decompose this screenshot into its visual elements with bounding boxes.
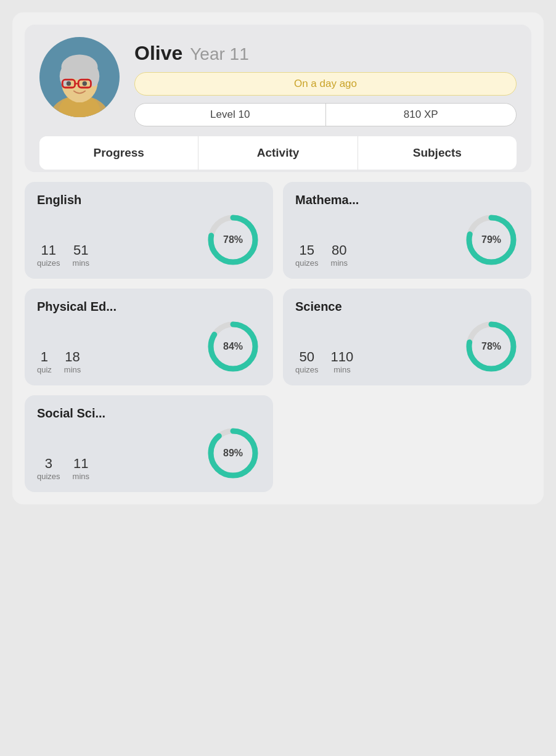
donut-label-mathematics: 79% bbox=[481, 234, 501, 245]
tab-progress[interactable]: Progress bbox=[39, 136, 198, 170]
stat-quizes-mathematics: 15 quizes bbox=[295, 242, 319, 268]
xp-badge: 810 XP bbox=[326, 104, 517, 126]
donut-label-english: 78% bbox=[223, 234, 243, 245]
donut-label-social-sci: 89% bbox=[223, 448, 243, 459]
svg-point-10 bbox=[67, 81, 71, 86]
level-xp-row: Level 10 810 XP bbox=[134, 103, 517, 126]
stat-quizes-english: 11 quizes bbox=[37, 242, 60, 268]
subject-stats-english: 11 quizes 51 mins bbox=[37, 242, 89, 268]
svg-point-6 bbox=[88, 66, 99, 86]
subject-stats-row-social-sci: 3 quizes 11 mins 89% bbox=[37, 425, 261, 481]
donut-mathematics: 79% bbox=[464, 212, 519, 268]
page-container: Olive Year 11 On a day ago Level 10 810 … bbox=[12, 12, 544, 504]
subject-stats-mathematics: 15 quizes 80 mins bbox=[295, 242, 348, 268]
subject-stats-row-english: 11 quizes 51 mins 78% bbox=[37, 212, 261, 268]
subject-title-physical-ed: Physical Ed... bbox=[37, 300, 261, 314]
stat-mins-science: 110 mins bbox=[331, 349, 354, 374]
subject-card-physical-ed: Physical Ed... 1 quiz 18 mins bbox=[25, 289, 273, 385]
subject-title-science: Science bbox=[295, 300, 519, 314]
donut-physical-ed: 84% bbox=[205, 319, 261, 374]
profile-card: Olive Year 11 On a day ago Level 10 810 … bbox=[25, 25, 531, 172]
subject-stats-physical-ed: 1 quiz 18 mins bbox=[37, 349, 81, 374]
donut-label-science: 78% bbox=[481, 341, 501, 352]
donut-science: 78% bbox=[464, 319, 519, 374]
subject-stats-social-sci: 3 quizes 11 mins bbox=[37, 456, 89, 481]
profile-year: Year 11 bbox=[190, 44, 249, 64]
donut-label-physical-ed: 84% bbox=[223, 341, 243, 352]
tabs-row: Progress Activity Subjects bbox=[39, 136, 517, 170]
stat-quizes-social-sci: 3 quizes bbox=[37, 456, 60, 481]
svg-point-11 bbox=[83, 81, 87, 86]
stat-mins-social-sci: 11 mins bbox=[73, 456, 89, 481]
stat-quizes-science: 50 quizes bbox=[295, 349, 319, 374]
last-active-badge: On a day ago bbox=[134, 72, 517, 96]
subject-card-english: English 11 quizes 51 mins bbox=[25, 182, 273, 279]
subject-title-social-sci: Social Sci... bbox=[37, 406, 261, 421]
profile-name: Olive bbox=[134, 42, 182, 65]
subject-card-mathematics: Mathema... 15 quizes 80 mins bbox=[283, 182, 531, 279]
subject-card-social-sci: Social Sci... 3 quizes 11 mins bbox=[25, 395, 273, 492]
subject-stats-row-mathematics: 15 quizes 80 mins 79% bbox=[295, 212, 519, 268]
subject-stats-row-science: 50 quizes 110 mins 78% bbox=[295, 319, 519, 374]
level-badge: Level 10 bbox=[135, 104, 326, 126]
subject-stats-row-physical-ed: 1 quiz 18 mins 84% bbox=[37, 319, 261, 374]
donut-social-sci: 89% bbox=[205, 425, 261, 481]
tab-activity[interactable]: Activity bbox=[198, 136, 358, 170]
tab-subjects[interactable]: Subjects bbox=[358, 136, 517, 170]
donut-english: 78% bbox=[205, 212, 261, 268]
subject-title-english: English bbox=[37, 193, 261, 207]
stat-mins-physical-ed: 18 mins bbox=[64, 349, 81, 374]
stat-quizes-physical-ed: 1 quiz bbox=[37, 349, 52, 374]
profile-name-row: Olive Year 11 bbox=[134, 42, 249, 65]
subject-stats-science: 50 quizes 110 mins bbox=[295, 349, 353, 374]
profile-top: Olive Year 11 On a day ago Level 10 810 … bbox=[39, 37, 517, 126]
avatar bbox=[39, 37, 120, 117]
stat-mins-english: 51 mins bbox=[73, 242, 89, 268]
stat-mins-mathematics: 80 mins bbox=[331, 242, 348, 268]
subjects-grid: English 11 quizes 51 mins bbox=[25, 182, 531, 492]
subject-title-mathematics: Mathema... bbox=[295, 193, 519, 207]
subject-card-science: Science 50 quizes 110 mins bbox=[283, 289, 531, 385]
profile-info: Olive Year 11 On a day ago Level 10 810 … bbox=[134, 37, 517, 126]
